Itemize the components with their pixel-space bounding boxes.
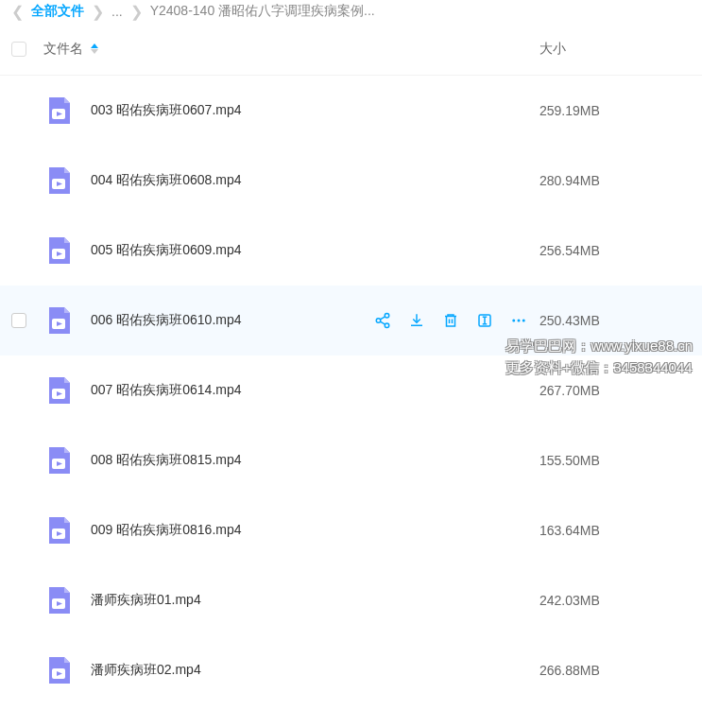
table-row[interactable]: 007 昭佑疾病班0614.mp4 267.70MB [0,355,702,425]
column-size-header[interactable]: 大小 [539,41,691,58]
video-file-icon [43,655,74,685]
file-name[interactable]: 005 昭佑疾病班0609.mp4 [91,242,539,259]
select-all-checkbox[interactable] [11,42,26,57]
share-icon[interactable] [374,312,391,329]
svg-line-7 [380,317,385,320]
svg-point-15 [512,320,515,322]
file-size: 266.88MB [539,663,691,678]
table-row[interactable]: 009 昭佑疾病班0816.mp4 163.64MB [0,495,702,565]
breadcrumb-root[interactable]: 全部文件 [31,3,84,20]
table-row[interactable]: 潘师疾病班01.mp4 242.03MB [0,565,702,635]
table-row[interactable]: 006 昭佑疾病班0610.mp4 250.43MB [0,286,702,355]
svg-point-5 [376,319,381,323]
svg-point-4 [385,314,389,319]
breadcrumb-ellipsis[interactable]: ... [111,4,123,19]
file-name[interactable]: 009 昭佑疾病班0816.mp4 [91,522,539,539]
column-name-header[interactable]: 文件名 [43,41,539,58]
svg-line-8 [380,321,385,324]
svg-point-17 [522,320,525,322]
table-header: 文件名 大小 [0,23,702,76]
row-checkbox[interactable] [11,313,26,328]
file-name[interactable]: 007 昭佑疾病班0614.mp4 [91,382,539,399]
table-row[interactable]: 005 昭佑疾病班0609.mp4 256.54MB [0,216,702,286]
file-size: 163.64MB [539,523,691,538]
video-file-icon [43,165,74,196]
file-name[interactable]: 004 昭佑疾病班0608.mp4 [91,172,539,189]
file-size: 280.94MB [539,173,691,188]
video-file-icon [43,375,74,406]
chevron-left-icon[interactable]: ❮ [11,3,24,21]
breadcrumb-current: Y2408-140 潘昭佑八字调理疾病案例... [150,3,375,20]
rename-icon[interactable] [476,312,493,329]
chevron-right-icon: ❯ [130,3,143,21]
video-file-icon [43,515,74,546]
file-name[interactable]: 003 昭佑疾病班0607.mp4 [91,102,539,119]
table-row[interactable]: 潘师疾病班02.mp4 266.88MB [0,635,702,705]
file-size: 259.19MB [539,103,691,118]
video-file-icon [43,445,74,476]
column-name-label: 文件名 [43,41,83,58]
svg-point-6 [385,323,389,328]
video-file-icon [43,95,74,126]
file-size: 242.03MB [539,593,691,608]
file-size: 250.43MB [539,313,691,328]
download-icon[interactable] [408,312,425,329]
sort-icon[interactable] [91,43,98,55]
video-file-icon [43,585,74,615]
delete-icon[interactable] [442,312,459,329]
file-size: 155.50MB [539,453,691,468]
file-size: 267.70MB [539,383,691,398]
file-name[interactable]: 潘师疾病班02.mp4 [91,662,539,679]
table-row[interactable]: 003 昭佑疾病班0607.mp4 259.19MB [0,76,702,146]
svg-point-16 [518,320,521,322]
file-list: 003 昭佑疾病班0607.mp4 259.19MB 004 昭佑疾病班0608… [0,76,702,705]
video-file-icon [43,235,74,266]
row-actions [374,312,527,329]
video-file-icon [43,305,74,336]
file-size: 256.54MB [539,243,691,258]
breadcrumb: ❮ 全部文件 ❯ ... ❯ Y2408-140 潘昭佑八字调理疾病案例... [0,0,702,23]
file-name[interactable]: 潘师疾病班01.mp4 [91,592,539,609]
file-name[interactable]: 008 昭佑疾病班0815.mp4 [91,452,539,469]
table-row[interactable]: 004 昭佑疾病班0608.mp4 280.94MB [0,146,702,216]
chevron-right-icon: ❯ [92,3,104,21]
more-icon[interactable] [510,312,527,329]
table-row[interactable]: 008 昭佑疾病班0815.mp4 155.50MB [0,425,702,495]
